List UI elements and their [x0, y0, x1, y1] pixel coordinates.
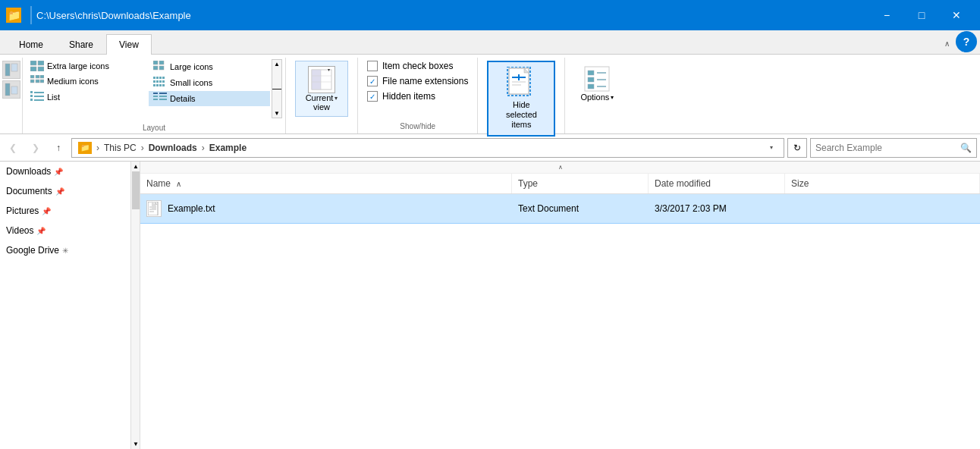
sidebar-item-downloads[interactable]: Downloads 📌 — [0, 162, 130, 181]
up-button[interactable]: ↑ — [49, 138, 68, 158]
hidden-items-checkbox[interactable]: ✓ — [367, 91, 378, 102]
col-header-name[interactable]: Name ∧ — [140, 174, 512, 193]
layout-details[interactable]: Details — [149, 91, 270, 106]
close-button[interactable]: ✕ — [939, 0, 974, 30]
item-checkboxes-checkbox[interactable] — [367, 61, 378, 71]
sidebar-scroll-down[interactable]: ▼ — [131, 439, 140, 449]
sidebar-scroll-up[interactable]: ▲ — [131, 162, 140, 171]
tab-view[interactable]: View — [106, 34, 152, 55]
svg-rect-1 — [11, 64, 17, 71]
svg-rect-8 — [30, 75, 34, 78]
layout-list[interactable]: List — [26, 89, 147, 105]
tab-share[interactable]: Share — [56, 34, 106, 55]
svg-rect-6 — [30, 67, 36, 71]
left-panel-icon2 — [2, 80, 20, 99]
ribbon-collapse-button[interactable]: ∧ — [938, 34, 956, 52]
sidebar-item-pictures[interactable]: Pictures 📌 — [0, 201, 130, 221]
pin-icon-documents: 📌 — [55, 187, 64, 196]
search-box[interactable]: 🔍 — [810, 138, 977, 158]
svg-rect-20 — [153, 61, 158, 64]
file-cell-date: 3/3/2017 2:03 PM — [649, 197, 785, 220]
current-view-dropdown-arrow: ▾ — [335, 95, 338, 102]
hide-selected-button[interactable]: Hide selected items — [487, 61, 555, 137]
sort-arrow-icon: ∧ — [176, 180, 181, 188]
file-row-example-txt[interactable]: Example.txt Text Document 3/3/2017 2:03 … — [140, 194, 980, 224]
separator3: › — [202, 143, 205, 153]
address-bar[interactable]: 📁 › This PC › Downloads › Example ▾ — [71, 138, 784, 158]
breadcrumb-thispc[interactable]: This PC — [104, 143, 137, 153]
svg-rect-41 — [159, 99, 167, 100]
item-checkboxes-label: Item check boxes — [382, 61, 453, 71]
address-dropdown-button[interactable]: ▾ — [765, 142, 777, 154]
sidebar-scroll-thumb[interactable] — [132, 171, 140, 209]
svg-rect-16 — [30, 95, 33, 97]
svg-rect-19 — [34, 99, 44, 101]
sidebar-scroll-track — [131, 171, 140, 439]
options-dropdown-arrow: ▾ — [611, 94, 614, 101]
sidebar-item-videos[interactable]: Videos 📌 — [0, 221, 130, 240]
svg-rect-5 — [38, 61, 44, 65]
scroll-down-button[interactable]: ▼ — [272, 109, 281, 118]
scroll-up-button[interactable]: ▲ — [272, 60, 281, 68]
svg-rect-3 — [11, 86, 17, 94]
hide-selected-icon — [504, 67, 538, 100]
current-view-section: Current ▾ view — [286, 58, 358, 133]
maximize-button[interactable]: □ — [904, 0, 939, 30]
svg-rect-34 — [159, 84, 162, 86]
svg-rect-61 — [148, 202, 158, 215]
file-cell-name: Example.txt — [140, 194, 512, 223]
search-input[interactable] — [815, 143, 960, 153]
svg-rect-28 — [153, 80, 155, 83]
svg-rect-13 — [40, 80, 44, 83]
title-path: C:\Users\chris\Downloads\Example — [36, 10, 191, 21]
item-checkboxes-row[interactable]: Item check boxes — [367, 61, 468, 71]
hide-selected-section: Hide selected items — [478, 58, 565, 133]
file-name-extensions-row[interactable]: ✓ File name extensions — [367, 76, 468, 86]
sidebar-item-googledrive[interactable]: Google Drive ✳ — [0, 240, 130, 260]
main-area: Downloads 📌 Documents 📌 Pictures 📌 Video… — [0, 162, 980, 449]
breadcrumb-downloads[interactable]: Downloads — [149, 143, 197, 153]
tab-home[interactable]: Home — [6, 34, 56, 55]
file-cell-type: Text Document — [512, 197, 649, 220]
left-panel-icon — [2, 61, 20, 79]
svg-rect-17 — [34, 96, 44, 97]
svg-rect-40 — [153, 99, 158, 100]
svg-rect-32 — [153, 84, 155, 86]
svg-rect-23 — [159, 66, 164, 70]
show-hide-label: Show/hide — [367, 122, 468, 130]
svg-rect-22 — [153, 66, 158, 70]
scroll-middle-button[interactable]: — — [272, 68, 281, 109]
svg-rect-9 — [36, 75, 39, 78]
svg-rect-18 — [30, 99, 33, 101]
col-header-size[interactable]: Size — [785, 174, 980, 193]
details-icon — [153, 93, 167, 105]
help-button[interactable]: ? — [956, 31, 977, 52]
layout-scrollbar[interactable]: ▲ — ▼ — [272, 59, 282, 118]
ribbon-collapse-row[interactable]: ∧ — [140, 162, 980, 174]
file-name-extensions-label: File name extensions — [382, 76, 468, 86]
ribbon-tabs: Home Share View ∧ ? — [0, 30, 980, 55]
col-header-type[interactable]: Type — [512, 174, 649, 193]
layout-extra-large[interactable]: Extra large icons — [26, 59, 147, 73]
svg-rect-21 — [159, 61, 164, 64]
large-icon — [153, 61, 167, 73]
current-view-button[interactable]: Current ▾ view — [295, 61, 348, 117]
title-bar: 📁 C:\Users\chris\Downloads\Example − □ ✕ — [0, 0, 980, 30]
svg-rect-10 — [40, 75, 44, 78]
options-button[interactable]: Options ▾ — [571, 61, 623, 106]
refresh-button[interactable]: ↻ — [787, 138, 807, 158]
layout-small[interactable]: Small icons — [149, 75, 270, 90]
back-button[interactable]: ❮ — [3, 138, 23, 158]
svg-marker-62 — [155, 202, 158, 205]
sidebar-item-documents[interactable]: Documents 📌 — [0, 181, 130, 201]
forward-button[interactable]: ❯ — [26, 138, 46, 158]
svg-rect-43 — [312, 70, 321, 89]
layout-medium[interactable]: Medium icons — [26, 74, 147, 89]
minimize-button[interactable]: − — [869, 0, 904, 30]
col-header-date[interactable]: Date modified — [649, 174, 785, 193]
breadcrumb-example[interactable]: Example — [209, 143, 247, 153]
hidden-items-row[interactable]: ✓ Hidden items — [367, 91, 468, 102]
file-name-extensions-checkbox[interactable]: ✓ — [367, 76, 378, 86]
sidebar-scrollbar[interactable]: ▲ ▼ — [130, 162, 140, 449]
layout-large[interactable]: Large icons — [149, 59, 270, 74]
